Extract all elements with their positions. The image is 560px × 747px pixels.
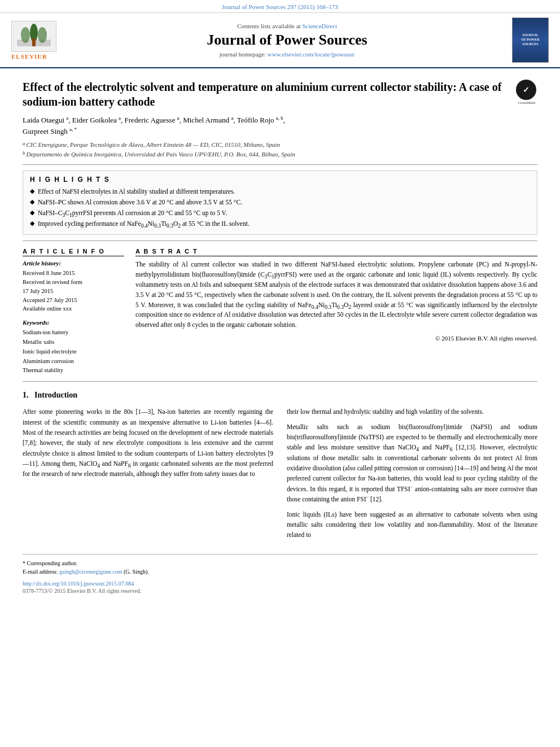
- homepage-line: journal homepage: www.elsevier.com/locat…: [62, 51, 512, 58]
- crossmark-logo: ✓ CrossMark: [516, 80, 537, 101]
- crossmark-label: CrossMark: [516, 101, 537, 105]
- keyword-1: Sodium-ion battery: [23, 328, 124, 338]
- issn-copyright: 0378-7753/© 2015 Elsevier B.V. All right…: [23, 588, 537, 594]
- highlight-3: ◆ NaFSI–C3C1pyrrFSI prevents Al corrosio…: [30, 208, 530, 217]
- keyword-3: Ionic liquid electrolyte: [23, 347, 124, 357]
- email-note: E-mail address: gsingh@cicenergigune.com…: [23, 567, 537, 576]
- introduction-columns: After some pioneering works in the 80s […: [23, 407, 537, 545]
- journal-cover-image: JOURNALOF POWERSOURCES: [512, 18, 549, 63]
- history-received: Received 8 June 2015: [23, 269, 124, 278]
- keywords-label: Keywords:: [23, 319, 124, 326]
- abstract-label: A B S T R A C T: [135, 248, 537, 256]
- journal-citation-bar: Journal of Power Sources 297 (2015) 168–…: [0, 0, 560, 13]
- intro-para-1: After some pioneering works in the 80s […: [23, 407, 273, 479]
- authors-line: Laida Otaegui a, Eider Goikolea a, Frede…: [23, 115, 537, 137]
- elsevier-logo: ELSEVIER: [11, 21, 62, 60]
- email-suffix: (G. Singh).: [124, 569, 149, 575]
- history-revised-label: Received in revised form: [23, 278, 124, 287]
- article-footer: * Corresponding author. E-mail address: …: [23, 554, 537, 594]
- abstract-col: A B S T R A C T The stability of Al curr…: [135, 248, 537, 375]
- bullet-icon: ◆: [30, 187, 34, 195]
- article-title-section: Effect of the electrolytic solvent and t…: [23, 80, 537, 109]
- article-title: Effect of the electrolytic solvent and t…: [23, 80, 516, 109]
- section-number: 1.: [23, 391, 29, 399]
- homepage-url[interactable]: www.elsevier.com/locate/jpowsour: [268, 51, 355, 58]
- author-email[interactable]: gsingh@cicenergigune.com: [59, 569, 123, 575]
- intro-col-left: After some pioneering works in the 80s […: [23, 407, 273, 545]
- journal-citation: Journal of Power Sources 297 (2015) 168–…: [222, 3, 338, 10]
- history-online: Available online xxx: [23, 304, 124, 313]
- author-1: Laida Otaegui a: [23, 116, 68, 124]
- page: Journal of Power Sources 297 (2015) 168–…: [0, 0, 560, 747]
- bullet-icon: ◆: [30, 219, 34, 228]
- keyword-2: Metallic salts: [23, 338, 124, 347]
- affiliation-a: a CIC Energigune, Parque Tecnológico de …: [23, 140, 537, 150]
- article-content: Effect of the electrolytic solvent and t…: [0, 68, 560, 605]
- highlight-4: ◆ Improved cycling performance of NaFe0.…: [30, 219, 530, 228]
- journal-header: ELSEVIER Contents lists available at Sci…: [0, 13, 560, 68]
- keyword-5: Thermal stability: [23, 366, 124, 375]
- divider-2: [23, 241, 537, 241]
- contents-line: Contents lists available at ScienceDirec…: [62, 23, 512, 29]
- divider-3: [23, 381, 537, 382]
- history-accepted: Accepted 27 July 2015: [23, 296, 124, 305]
- svg-rect-4: [32, 38, 36, 46]
- elsevier-tree-icon: [11, 21, 56, 52]
- affiliation-b: b Departamento de Química Inorgánica, Un…: [23, 150, 537, 159]
- doi-link[interactable]: http://dx.doi.org/10.1016/j.jpowsour.201…: [23, 580, 537, 587]
- introduction-heading: 1. Introduction: [23, 391, 537, 400]
- svg-point-1: [21, 27, 30, 43]
- introduction-section: 1. Introduction After some pioneering wo…: [23, 391, 537, 545]
- elsevier-brand-text: ELSEVIER: [11, 53, 47, 60]
- crossmark-circle: ✓: [516, 80, 536, 100]
- highlights-title: H I G H L I G H T S: [30, 176, 530, 184]
- history-label: Article history:: [23, 260, 124, 267]
- intro-para-4: Ionic liquids (ILs) have been suggested …: [287, 509, 537, 540]
- sciencedirect-link[interactable]: ScienceDirect: [302, 23, 337, 29]
- keyword-4: Aluminium corrosion: [23, 357, 124, 366]
- divider-1: [23, 164, 537, 165]
- intro-para-3: Metallic salts such as sodium bis(fluoro…: [287, 422, 537, 505]
- author-4: Michel Armand a: [183, 116, 233, 124]
- highlight-2: ◆ NaFSI–PC shows Al corrosion above 3.6 …: [30, 198, 530, 207]
- svg-point-3: [38, 27, 47, 43]
- bullet-icon: ◆: [30, 198, 34, 206]
- bullet-icon: ◆: [30, 208, 34, 217]
- corresponding-note: * Corresponding author.: [23, 559, 537, 567]
- highlight-1: ◆ Effect of NaFSI electrolytes in Al sta…: [30, 187, 530, 196]
- article-info-col: A R T I C L E I N F O Article history: R…: [23, 248, 124, 375]
- author-2: Eider Goikolea a: [72, 116, 121, 124]
- affiliations: a CIC Energigune, Parque Tecnológico de …: [23, 140, 537, 159]
- journal-name-center: Contents lists available at ScienceDirec…: [62, 23, 512, 58]
- article-info-label: A R T I C L E I N F O: [23, 248, 124, 256]
- highlights-section: H I G H L I G H T S ◆ Effect of NaFSI el…: [23, 171, 537, 235]
- author-3: Frederic Aguesse a: [125, 116, 180, 124]
- intro-col-right: their low thermal and hydrolytic stabili…: [287, 407, 537, 545]
- author-6: Gurpreet Singh a, *: [23, 127, 77, 136]
- abstract-text: The stability of Al current collector wa…: [135, 260, 537, 330]
- journal-title: Journal of Power Sources: [62, 32, 512, 49]
- history-revised-date: 17 July 2015: [23, 287, 124, 296]
- author-5: Teófilo Rojo a, b: [237, 116, 283, 124]
- article-info-abstract: A R T I C L E I N F O Article history: R…: [23, 248, 537, 375]
- copyright-line: © 2015 Elsevier B.V. All rights reserved…: [135, 335, 537, 342]
- intro-para-2: their low thermal and hydrolytic stabili…: [287, 407, 537, 417]
